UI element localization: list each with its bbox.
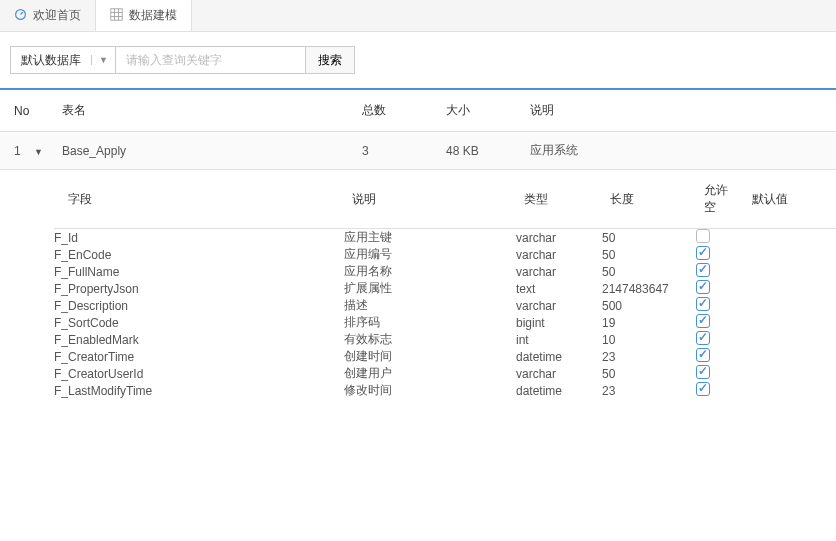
checkbox-icon: [696, 297, 710, 311]
field-def: [744, 263, 836, 280]
field-desc: 应用编号: [344, 246, 516, 263]
field-def: [744, 348, 836, 365]
field-len: 50: [602, 365, 696, 382]
field-row[interactable]: F_CreatorTime创建时间datetime23: [54, 348, 836, 365]
col-header-total: 总数: [354, 90, 438, 132]
grid-icon: [110, 8, 123, 24]
field-len: 50: [602, 263, 696, 280]
table-row[interactable]: 1 ▼ Base_Apply 3 48 KB 应用系统: [0, 132, 836, 170]
field-null: [696, 314, 744, 331]
field-len: 23: [602, 382, 696, 399]
field-null: [696, 229, 744, 247]
field-name: F_Description: [54, 297, 344, 314]
table-desc: 应用系统: [522, 132, 836, 170]
field-name: F_EnCode: [54, 246, 344, 263]
field-type: datetime: [516, 382, 602, 399]
toolbar: 默认数据库 ▼ 搜索: [0, 32, 836, 90]
table-total: 3: [354, 132, 438, 170]
col-header-name: 表名: [54, 90, 354, 132]
field-len: 50: [602, 229, 696, 247]
field-row[interactable]: F_EnCode应用编号varchar50: [54, 246, 836, 263]
field-null: [696, 382, 744, 399]
field-null: [696, 331, 744, 348]
col-header-desc: 说明: [522, 90, 836, 132]
field-type: text: [516, 280, 602, 297]
field-name: F_PropertyJson: [54, 280, 344, 297]
svg-rect-1: [111, 8, 122, 19]
field-name: F_LastModifyTime: [54, 382, 344, 399]
field-len: 23: [602, 348, 696, 365]
checkbox-icon: [696, 314, 710, 328]
field-type: varchar: [516, 246, 602, 263]
field-def: [744, 229, 836, 247]
field-len: 500: [602, 297, 696, 314]
tables-list: No 表名 总数 大小 说明 1 ▼ Base_Apply 3 48 KB 应用…: [0, 90, 836, 399]
checkbox-icon: [696, 382, 710, 396]
field-row[interactable]: F_FullName应用名称varchar50: [54, 263, 836, 280]
field-desc: 排序码: [344, 314, 516, 331]
field-row[interactable]: F_Description描述varchar500: [54, 297, 836, 314]
checkbox-icon: [696, 365, 710, 379]
field-name: F_CreatorUserId: [54, 365, 344, 382]
field-name: F_FullName: [54, 263, 344, 280]
col-header-type: 类型: [516, 170, 602, 229]
col-header-no: No: [0, 90, 54, 132]
field-len: 2147483647: [602, 280, 696, 297]
field-name: F_SortCode: [54, 314, 344, 331]
tab-welcome[interactable]: 欢迎首页: [0, 0, 96, 31]
col-header-field-desc: 说明: [344, 170, 516, 229]
field-type: datetime: [516, 348, 602, 365]
dashboard-icon: [14, 8, 27, 24]
field-def: [744, 246, 836, 263]
field-row[interactable]: F_SortCode排序码bigint19: [54, 314, 836, 331]
field-desc: 有效标志: [344, 331, 516, 348]
field-def: [744, 314, 836, 331]
field-name: F_Id: [54, 229, 344, 247]
row-number: 1: [14, 144, 21, 158]
field-row[interactable]: F_LastModifyTime修改时间datetime23: [54, 382, 836, 399]
field-row[interactable]: F_CreatorUserId创建用户varchar50: [54, 365, 836, 382]
field-row[interactable]: F_Id应用主键varchar50: [54, 229, 836, 247]
field-null: [696, 348, 744, 365]
field-name: F_EnabledMark: [54, 331, 344, 348]
field-row[interactable]: F_EnabledMark有效标志int10: [54, 331, 836, 348]
checkbox-icon: [696, 348, 710, 362]
database-select-label: 默认数据库: [11, 52, 91, 69]
field-null: [696, 280, 744, 297]
tab-label: 数据建模: [129, 7, 177, 24]
field-len: 50: [602, 246, 696, 263]
col-header-len: 长度: [602, 170, 696, 229]
field-def: [744, 331, 836, 348]
field-desc: 修改时间: [344, 382, 516, 399]
checkbox-icon: [696, 246, 710, 260]
field-def: [744, 280, 836, 297]
field-type: varchar: [516, 263, 602, 280]
field-desc: 应用主键: [344, 229, 516, 247]
field-row[interactable]: F_PropertyJson扩展属性text2147483647: [54, 280, 836, 297]
tab-data-model[interactable]: 数据建模: [96, 0, 192, 31]
field-type: varchar: [516, 365, 602, 382]
field-len: 10: [602, 331, 696, 348]
field-type: varchar: [516, 229, 602, 247]
col-header-field: 字段: [54, 170, 344, 229]
chevron-down-icon: ▼: [91, 55, 115, 65]
checkbox-icon: [696, 280, 710, 294]
field-len: 19: [602, 314, 696, 331]
expand-icon[interactable]: ▼: [34, 147, 43, 157]
table-size: 48 KB: [438, 132, 522, 170]
field-null: [696, 263, 744, 280]
tab-label: 欢迎首页: [33, 7, 81, 24]
field-def: [744, 365, 836, 382]
field-desc: 创建时间: [344, 348, 516, 365]
database-select[interactable]: 默认数据库 ▼: [10, 46, 116, 74]
search-input[interactable]: [116, 46, 306, 74]
col-header-size: 大小: [438, 90, 522, 132]
field-name: F_CreatorTime: [54, 348, 344, 365]
field-desc: 描述: [344, 297, 516, 314]
field-type: varchar: [516, 297, 602, 314]
field-null: [696, 365, 744, 382]
field-null: [696, 246, 744, 263]
col-header-null: 允许空: [696, 170, 744, 229]
search-button[interactable]: 搜索: [306, 46, 355, 74]
checkbox-icon: [696, 331, 710, 345]
